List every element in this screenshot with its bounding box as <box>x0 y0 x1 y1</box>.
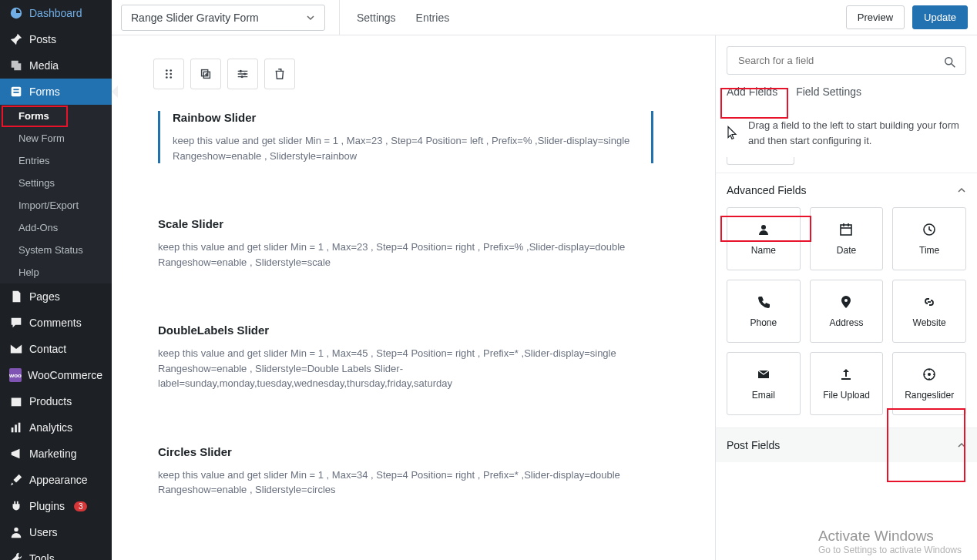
main-content: Range Slider Gravity Form Settings Entri… <box>112 0 977 560</box>
sidebar-item-pages[interactable]: Pages <box>0 283 112 310</box>
products-icon <box>9 394 23 408</box>
submenu-item-entries[interactable]: Entries <box>9 149 112 172</box>
field-description: keep this value and get slider Min = 1 ,… <box>158 346 636 391</box>
sidebar-item-posts[interactable]: Posts <box>0 26 112 52</box>
section-head-postfields[interactable]: Post Fields <box>716 428 977 462</box>
admin-sidebar: Dashboard Posts Media Forms Forms New Fo… <box>0 0 112 560</box>
add-fields-panel: Add Fields Field Settings Drag a field t… <box>715 35 977 560</box>
svg-rect-4 <box>12 428 14 432</box>
chevron-up-icon <box>957 441 966 450</box>
field-card-name[interactable]: Name <box>727 207 801 270</box>
comments-icon <box>9 316 23 330</box>
sidebar-item-products[interactable]: Products <box>0 388 112 414</box>
analytics-icon <box>9 421 23 434</box>
section-head-advanced[interactable]: Advanced Fields <box>716 173 977 207</box>
sidebar-item-analytics[interactable]: Analytics <box>0 414 112 441</box>
sidebar-item-label: Users <box>29 526 58 538</box>
field-card-email[interactable]: Email <box>727 352 801 415</box>
sidebar-item-label: Products <box>29 395 72 407</box>
submenu-item-forms[interactable]: Forms <box>9 105 112 127</box>
svg-point-12 <box>170 69 172 72</box>
form-field-rainbow[interactable]: Rainbow Slider keep this value and get s… <box>158 111 653 163</box>
field-title: DoubleLabels Slider <box>158 324 700 337</box>
pages-icon <box>9 290 23 303</box>
woo-icon: woo <box>9 368 22 382</box>
duplicate-button[interactable] <box>190 59 221 89</box>
sidebar-item-media[interactable]: Media <box>0 52 112 79</box>
field-toolbar <box>153 59 295 89</box>
sidebar-item-label: Comments <box>29 317 82 329</box>
svg-rect-5 <box>15 424 17 432</box>
svg-point-19 <box>240 70 242 72</box>
sidebar-item-woocommerce[interactable]: woo WooCommerce <box>0 362 112 388</box>
sidebar-item-tools[interactable]: Tools <box>0 545 112 560</box>
mail-icon <box>9 342 23 356</box>
svg-point-14 <box>170 73 172 75</box>
sidebar-item-comments[interactable]: Comments <box>0 310 112 336</box>
sidebar-item-appearance[interactable]: Appearance <box>0 467 112 493</box>
sidebar-item-contact[interactable]: Contact <box>0 336 112 362</box>
field-card-time[interactable]: Time <box>892 207 966 270</box>
sidebar-item-label: Media <box>29 59 59 72</box>
search-icon <box>943 55 957 69</box>
submenu-item-import[interactable]: Import/Export <box>9 194 112 216</box>
sidebar-item-marketing[interactable]: Marketing <box>0 441 112 467</box>
svg-rect-24 <box>841 225 851 235</box>
update-button[interactable]: Update <box>912 5 968 29</box>
sidebar-item-plugins[interactable]: Plugins 3 <box>0 493 112 519</box>
settings-button[interactable] <box>227 59 258 89</box>
form-switcher-button[interactable]: Range Slider Gravity Form <box>121 5 325 31</box>
field-card-address[interactable]: Address <box>810 280 884 343</box>
forms-submenu: Forms New Form Entries Settings Import/E… <box>0 105 112 283</box>
svg-point-26 <box>844 299 848 302</box>
users-icon <box>9 525 23 539</box>
submenu-item-newform[interactable]: New Form <box>9 127 112 149</box>
sidebar-item-users[interactable]: Users <box>0 519 112 545</box>
field-card-fileupload[interactable]: File Upload <box>810 352 884 415</box>
forms-icon <box>9 85 23 99</box>
field-description: keep this value and get slider Min = 1 ,… <box>173 133 636 163</box>
dashboard-icon <box>9 6 23 20</box>
form-editor: Rainbow Slider keep this value and get s… <box>112 35 715 560</box>
submenu-item-help[interactable]: Help <box>9 261 112 283</box>
sidebar-item-forms[interactable]: Forms <box>0 79 112 105</box>
submenu-item-status[interactable]: System Status <box>9 239 112 261</box>
field-card-phone[interactable]: Phone <box>727 280 801 343</box>
field-card-website[interactable]: Website <box>892 280 966 343</box>
form-field-scale[interactable]: Scale Slider keep this value and get sli… <box>158 217 700 270</box>
svg-rect-2 <box>13 92 18 93</box>
editor-topbar: Range Slider Gravity Form Settings Entri… <box>112 0 977 35</box>
tab-add-fields[interactable]: Add Fields <box>727 86 777 98</box>
svg-rect-1 <box>13 89 18 90</box>
submenu-item-settings[interactable]: Settings <box>9 172 112 194</box>
field-card-date[interactable]: Date <box>810 207 884 270</box>
sidebar-item-label: Appearance <box>29 474 88 486</box>
svg-point-11 <box>166 69 168 72</box>
preview-button[interactable]: Preview <box>846 5 905 29</box>
form-switcher[interactable]: Range Slider Gravity Form <box>121 5 325 31</box>
svg-point-23 <box>761 225 766 230</box>
sidebar-item-dashboard[interactable]: Dashboard <box>0 0 112 26</box>
plugin-count-badge: 3 <box>74 501 88 511</box>
sidebar-item-label: Contact <box>29 343 66 355</box>
svg-rect-28 <box>841 378 851 380</box>
svg-rect-3 <box>12 398 22 407</box>
brush-icon <box>9 473 23 487</box>
section-title: Post Fields <box>727 439 780 451</box>
delete-button[interactable] <box>264 59 295 89</box>
topbar-entries-link[interactable]: Entries <box>413 12 453 24</box>
topbar-settings-link[interactable]: Settings <box>354 12 399 24</box>
drag-hint-text: Drag a field to the left to start buildi… <box>748 118 966 148</box>
form-field-doublelabels[interactable]: DoubleLabels Slider keep this value and … <box>158 324 700 391</box>
drag-handle-button[interactable] <box>153 59 184 89</box>
svg-point-22 <box>945 58 952 65</box>
advanced-fields-grid: Name Date Time Phone Address Website Ema… <box>716 207 977 428</box>
field-title: Circles Slider <box>158 445 700 458</box>
submenu-item-addons[interactable]: Add-Ons <box>9 216 112 239</box>
sidebar-item-label: Posts <box>29 33 56 45</box>
svg-point-13 <box>166 73 168 75</box>
form-field-circles[interactable]: Circles Slider keep this value and get s… <box>158 445 700 498</box>
tab-field-settings[interactable]: Field Settings <box>796 86 861 98</box>
field-search-input[interactable] <box>727 46 966 75</box>
field-card-rangeslider[interactable]: Rangeslider <box>892 352 966 415</box>
